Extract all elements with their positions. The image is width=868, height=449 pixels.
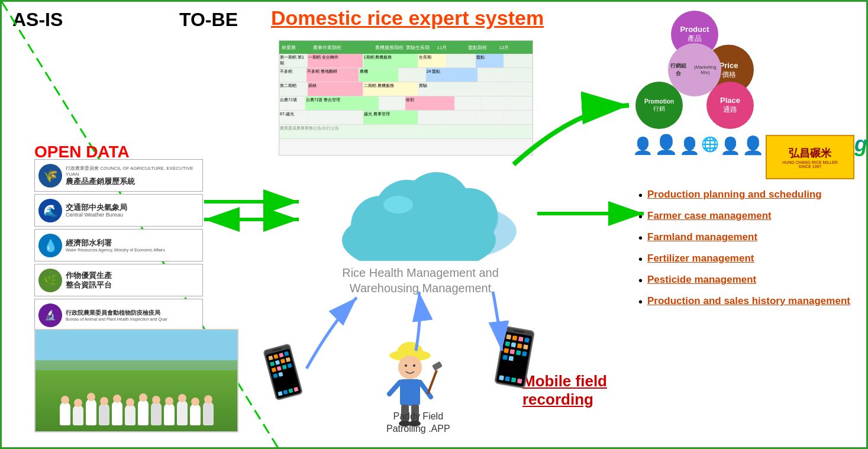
bullet-dot-1: • <box>638 188 643 202</box>
cloud-svg <box>315 154 522 261</box>
rice-health-label: Rice Health Management andWarehousing Ma… <box>342 266 499 295</box>
logo-item-3: 💧 經濟部水利署 Water Resources Agency, Ministr… <box>34 229 203 261</box>
bullet-list: • Production planning and scheduling • F… <box>638 188 857 316</box>
logo-icon-5: 🔬 <box>38 303 62 327</box>
logo-text-3: 經濟部水利署 Water Resources Agency, Ministry … <box>66 238 165 252</box>
marketing-mix-center: 行銷組合 (Marketing Mix) <box>668 43 721 96</box>
product-cn: 產品 <box>688 34 702 44</box>
rice-health-text: Rice Health Management andWarehousing Ma… <box>298 265 543 296</box>
logo-cn-5: 行政院農業委員會動植物防疫檢疫局 <box>66 309 167 317</box>
bullet-text-2: Farmer case management <box>647 209 772 222</box>
brand-logo: 弘昌碾米 HUNG CHANG RICE MILLER SINCE 1967 <box>766 135 854 179</box>
marketing-people-icons: 👤 👤 👤 🌐 👤 👤 <box>633 133 764 156</box>
logo-text-1: 行政農業委員會 COUNCIL OF AGRICULTURE, EXECUTIV… <box>66 165 199 186</box>
svg-rect-16 <box>400 379 420 406</box>
farmer-photo-inner <box>36 330 237 431</box>
bullet-text-5: Pesticide management <box>647 273 756 286</box>
cloud-area <box>301 148 537 267</box>
logo-cn-1: 農產品產銷履歷系統 <box>66 177 199 186</box>
svg-rect-20 <box>432 361 443 371</box>
logo-icon-4: 🌿 <box>38 269 62 292</box>
brand-tagline: SINCE 1967 <box>799 164 822 169</box>
svg-point-13 <box>398 356 422 379</box>
price-en: Price <box>719 60 738 69</box>
bullet-item-6: • Production and sales history managemen… <box>638 295 857 309</box>
logo-cn-4: 作物優質生產 <box>66 271 112 280</box>
logos-area: 🌾 行政農業委員會 COUNCIL OF AGRICULTURE, EXECUT… <box>34 159 203 331</box>
svg-point-15 <box>413 364 415 367</box>
logo-icon-2: 🌊 <box>38 199 62 222</box>
mix-center-line2: (Marketing Mix) <box>689 64 721 75</box>
tobe-text: TO-BE <box>179 9 238 30</box>
brand-cn: 弘昌碾米 <box>789 146 831 160</box>
svg-point-14 <box>405 364 407 367</box>
bullet-dot-5: • <box>638 273 643 288</box>
phone-right-icon: 📱 <box>476 321 553 393</box>
logo-en-5: Bureau of Animal and Plant Health Inspec… <box>66 317 167 321</box>
bullet-text-6: Production and sales history management <box>647 295 850 308</box>
bullet-item-1: • Production planning and scheduling <box>638 188 857 202</box>
logo-en-2: Central Weather Bureau <box>66 212 127 218</box>
asis-label: AS-IS <box>12 9 63 31</box>
marketing-mix-circles: 行銷組合 (Marketing Mix) Product 產品 Price 價格… <box>635 11 754 129</box>
mobile-field-line2: recording <box>522 390 607 409</box>
expert-system-title: Domestic rice expert system <box>271 7 544 30</box>
marketing-area: 行銷組合 (Marketing Mix) Product 產品 Price 價格… <box>630 11 860 182</box>
logo-cn-4b: 整合資訊平台 <box>66 280 112 290</box>
bullet-dot-4: • <box>638 252 643 266</box>
logo-item-1: 🌾 行政農業委員會 COUNCIL OF AGRICULTURE, EXECUT… <box>34 159 203 192</box>
mix-center-line1: 行銷組合 <box>668 62 689 77</box>
logo-cn-2: 交通部中央氣象局 <box>66 203 127 212</box>
tobe-label: TO-BE <box>179 9 238 31</box>
bullet-item-4: • Fertilizer management <box>638 252 857 266</box>
product-en: Product <box>680 25 709 34</box>
bullet-text-4: Fertilizer management <box>647 252 754 265</box>
logo-text-4: 作物優質生產 整合資訊平台 <box>66 271 112 289</box>
logo-en-1: 行政農業委員會 COUNCIL OF AGRICULTURE, EXECUTIV… <box>66 165 199 177</box>
bullet-text-3: Farmland management <box>647 231 757 244</box>
logo-icon-3: 💧 <box>38 234 62 257</box>
place-cn: 通路 <box>723 105 737 115</box>
bullet-item-5: • Pesticide management <box>638 273 857 288</box>
price-cn: 價格 <box>722 69 736 79</box>
svg-line-17 <box>389 382 400 394</box>
patrolling-app-label: Patrolling .APP <box>386 423 450 435</box>
paddy-app-text: Paddy Field Patrolling .APP <box>386 411 450 435</box>
farmer-photo <box>34 329 238 432</box>
bullet-dot-6: • <box>638 295 643 309</box>
circle-place: Place 通路 <box>706 82 754 129</box>
bullet-dot-2: • <box>638 209 643 224</box>
place-en: Place <box>720 96 740 105</box>
logo-text-2: 交通部中央氣象局 Central Weather Bureau <box>66 203 127 218</box>
logo-item-5: 🔬 行政院農業委員會動植物防疫檢疫局 Bureau of Animal and … <box>34 299 203 331</box>
bullet-dot-3: • <box>638 231 643 245</box>
promotion-en: Promotion <box>644 98 674 105</box>
bullet-text-1: Production planning and scheduling <box>647 188 822 201</box>
brand-en: HUNG CHANG RICE MILLER <box>782 160 838 164</box>
bullet-item-3: • Farmland management <box>638 231 857 245</box>
paddy-field-label: Paddy Field <box>386 411 450 423</box>
phone-left-icon: 📱 <box>247 338 319 407</box>
svg-point-10 <box>383 196 413 214</box>
promotion-cn: 行銷 <box>653 105 665 113</box>
logo-text-5: 行政院農業委員會動植物防疫檢疫局 Bureau of Animal and Pl… <box>66 309 167 321</box>
logo-icon-1: 🌾 <box>38 164 62 188</box>
svg-point-9 <box>441 188 498 245</box>
calendar-area: 林重勝 農事作業期程 農機服務期程 實驗生長期 11月 盤點期程 12月 第一期… <box>279 40 533 156</box>
bullet-item-2: • Farmer case management <box>638 209 857 224</box>
logo-en-3: Water Resources Agency, Ministry of Econ… <box>66 248 165 252</box>
svg-line-19 <box>428 370 437 394</box>
main-container: AS-IS TO-BE Domestic rice expert system … <box>0 0 868 449</box>
logo-item-2: 🌊 交通部中央氣象局 Central Weather Bureau <box>34 194 203 227</box>
logo-cn-3: 經濟部水利署 <box>66 238 165 248</box>
logo-item-4: 🌿 作物優質生產 整合資訊平台 <box>34 264 203 296</box>
